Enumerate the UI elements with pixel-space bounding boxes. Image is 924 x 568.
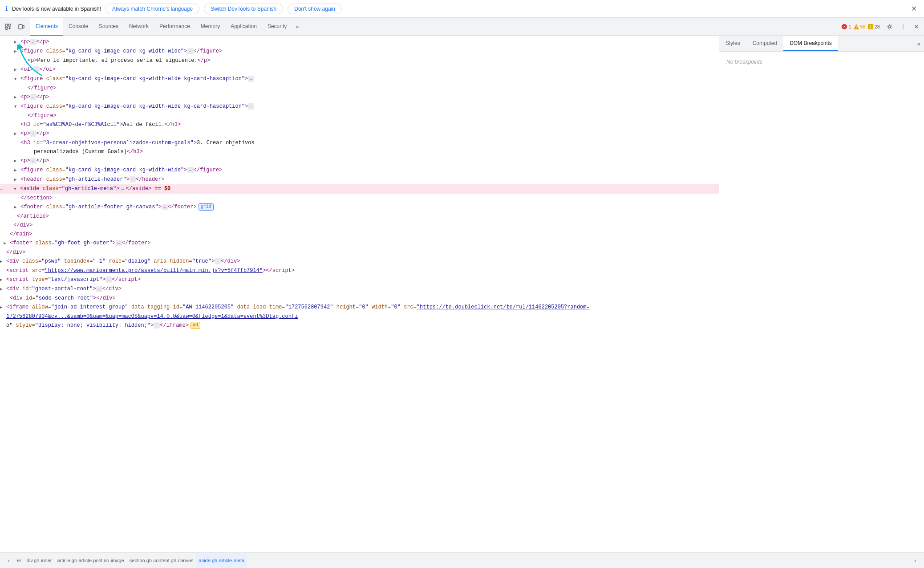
svg-rect-1	[8, 24, 11, 26]
toolbar-right: ✕ 1 ! 58 i 28 ⋮ ✕	[839, 21, 922, 32]
breadcrumb-prev-button[interactable]: ‹	[4, 555, 14, 566]
breadcrumb-item-gh-inner[interactable]: div.gh-inner	[24, 553, 55, 568]
dom-line-selected[interactable]: … <aside class="gh-article-meta">…</asid…	[0, 184, 719, 194]
svg-rect-6	[23, 25, 24, 28]
dom-line[interactable]: <p>…</p>	[0, 156, 719, 166]
svg-text:✕: ✕	[843, 25, 846, 29]
close-devtools-button[interactable]: ✕	[911, 21, 922, 32]
grid-badge[interactable]: grid	[199, 203, 214, 211]
switch-spanish-button[interactable]: Switch DevTools to Spanish	[204, 4, 283, 14]
dom-line[interactable]: <figure class="kg-card kg-image-card kg-…	[0, 166, 719, 175]
breadcrumb-item-aside[interactable]: aside.gh-article-meta	[196, 553, 247, 568]
dom-line[interactable]: </article>	[0, 212, 719, 221]
tab-computed[interactable]: Computed	[746, 36, 783, 51]
dom-line[interactable]: <footer class="gh-foot gh-outer">…</foot…	[0, 239, 719, 248]
dom-line[interactable]: <figure class="kg-card kg-image-card kg-…	[0, 102, 719, 111]
dom-line[interactable]: <iframe allow="join-ad-interest-group" d…	[0, 303, 719, 312]
dom-line[interactable]: <div id="ghost-portal-root">…</div>	[0, 284, 719, 294]
svg-rect-0	[5, 24, 8, 26]
error-count[interactable]: ✕ 1	[841, 24, 851, 30]
dom-line[interactable]: <div id="sodo-search-root"></div>	[0, 294, 719, 303]
tab-memory[interactable]: Memory	[195, 18, 225, 36]
dom-line[interactable]: <ol>…</ol>	[0, 65, 719, 74]
tab-elements[interactable]: Elements	[30, 18, 63, 36]
dom-line[interactable]: <script src="https://www.marioarmenta.pr…	[0, 266, 719, 275]
tab-styles[interactable]: Styles	[719, 36, 746, 51]
dom-line[interactable]: <header class="gh-article-header">…</hea…	[0, 175, 719, 184]
right-panel: Styles Computed DOM Breakpoints » No bre…	[719, 36, 924, 552]
more-tabs-button[interactable]: »	[292, 18, 302, 36]
close-notification-button[interactable]: ✕	[909, 3, 919, 15]
breadcrumb-item-article[interactable]: article.gh-article.post.no-image	[54, 553, 126, 568]
dom-line[interactable]: <script type="text/javascript">…</script…	[0, 275, 719, 284]
warning-count[interactable]: ! 58	[853, 24, 866, 30]
main-tabs: Elements Console Sources Network Perform…	[30, 18, 839, 36]
dom-line[interactable]: <p>Pero lo importante, el proceso sería …	[0, 56, 719, 65]
breadcrumb-item-er[interactable]: er	[14, 553, 24, 568]
tab-performance[interactable]: Performance	[154, 18, 195, 36]
panel-tabs: Styles Computed DOM Breakpoints »	[719, 36, 924, 52]
dom-line[interactable]: <h3 id="3-crear-objetivos-personalizados…	[0, 138, 719, 147]
info-icon: ℹ	[5, 5, 8, 12]
breadcrumb-nav: ›	[910, 555, 920, 566]
tab-security[interactable]: Security	[262, 18, 292, 36]
svg-point-13	[889, 25, 891, 28]
settings-button[interactable]	[884, 21, 896, 32]
dom-line[interactable]: <div class="pswp" tabindex="-1" role="di…	[0, 257, 719, 266]
svg-text:i: i	[870, 25, 871, 29]
tab-sources[interactable]: Sources	[93, 18, 124, 36]
dom-line[interactable]: </main>	[0, 230, 719, 239]
dom-line[interactable]: <figure class="kg-card kg-image-card kg-…	[0, 74, 719, 84]
tab-dom-breakpoints[interactable]: DOM Breakpoints	[783, 36, 838, 51]
tab-console[interactable]: Console	[63, 18, 93, 36]
dom-line[interactable]: <p>…</p>	[0, 93, 719, 102]
dom-line[interactable]: <h3 id="as%C3%AD-de-f%C3%A1cil">Así de f…	[0, 120, 719, 129]
dom-line[interactable]: </section>	[0, 194, 719, 203]
dom-line[interactable]: </div>	[0, 221, 719, 230]
dont-show-again-button[interactable]: Don't show again	[288, 4, 342, 14]
dom-line[interactable]: <figure class="kg-card kg-image-card kg-…	[0, 47, 719, 56]
info-count[interactable]: i 28	[867, 24, 880, 30]
more-options-button[interactable]: ⋮	[897, 21, 909, 32]
dom-line[interactable]: <p>…</p>	[0, 37, 719, 47]
panel-content: No breakpoints	[719, 52, 924, 552]
dom-line[interactable]: </figure>	[0, 111, 719, 120]
dom-line[interactable]: <footer class="gh-article-footer gh-canv…	[0, 203, 719, 212]
svg-rect-5	[19, 24, 22, 29]
ad-badge[interactable]: ad	[190, 322, 200, 329]
dom-content: <p>…</p> <figure class="kg-card kg-image…	[0, 36, 719, 332]
dom-line[interactable]: <p>…</p>	[0, 129, 719, 138]
devtools-toolbar: Elements Console Sources Network Perform…	[0, 18, 924, 36]
inspect-element-button[interactable]	[2, 20, 14, 33]
dom-line[interactable]: </div>	[0, 248, 719, 257]
main-layout: <p>…</p> <figure class="kg-card kg-image…	[0, 36, 924, 552]
dom-line[interactable]: o" style="display: none; visibility: hid…	[0, 321, 719, 330]
match-language-button[interactable]: Always match Chrome's language	[105, 4, 199, 14]
dom-line[interactable]: 1727562807934&cv...&uamb=0&uam=&uap=macO…	[0, 312, 719, 321]
breadcrumb-item-section[interactable]: section.gh-content.gh-canvas	[127, 553, 196, 568]
svg-rect-2	[5, 27, 8, 29]
svg-text:!: !	[855, 25, 856, 29]
separator	[882, 23, 882, 30]
breadcrumb-bar: ‹ er div.gh-inner article.gh-article.pos…	[0, 552, 924, 568]
dom-line[interactable]: </figure>	[0, 84, 719, 93]
toolbar-left	[2, 20, 30, 33]
notification-bar: ℹ DevTools is now available in Spanish! …	[0, 0, 924, 18]
dom-line[interactable]: personalizados (Custom Goals)</h3>	[0, 147, 719, 156]
tab-network[interactable]: Network	[124, 18, 154, 36]
breadcrumb-next-button[interactable]: ›	[910, 555, 920, 566]
panel-more-button[interactable]: »	[913, 40, 924, 47]
tab-application[interactable]: Application	[225, 18, 262, 36]
notification-text: DevTools is now available in Spanish!	[12, 6, 101, 12]
no-breakpoints-text: No breakpoints	[726, 59, 917, 65]
dom-panel[interactable]: <p>…</p> <figure class="kg-card kg-image…	[0, 36, 719, 552]
device-toolbar-button[interactable]	[15, 20, 28, 33]
